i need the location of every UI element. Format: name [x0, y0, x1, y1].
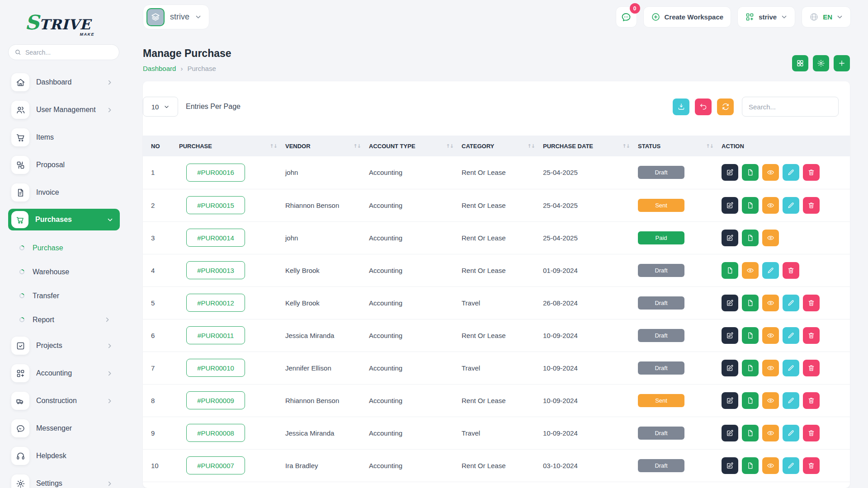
download-button[interactable]	[673, 99, 689, 115]
pencil-action-button[interactable]	[783, 197, 799, 214]
document-action-button[interactable]	[742, 197, 759, 214]
sidebar-subitem-purchase[interactable]: Purchase	[0, 236, 127, 260]
edit-action-button[interactable]	[722, 360, 738, 376]
edit-action-button[interactable]	[722, 457, 738, 474]
eye-icon	[767, 299, 774, 307]
purchase-number-badge[interactable]: #PUR00008	[186, 424, 245, 442]
entries-label: Entries Per Page	[186, 103, 241, 111]
purchase-number-badge[interactable]: #PUR00010	[186, 359, 245, 377]
trash-action-button[interactable]	[803, 164, 820, 181]
purchase-number-badge[interactable]: #PUR00013	[186, 261, 245, 279]
eye-action-button[interactable]	[762, 230, 779, 246]
breadcrumb-dashboard-link[interactable]: Dashboard	[143, 65, 176, 72]
table-settings-button[interactable]	[813, 55, 829, 71]
trash-action-button[interactable]	[803, 425, 820, 441]
column-header-vendor[interactable]: VENDOR↑↓	[285, 136, 369, 156]
document-action-button[interactable]	[742, 164, 759, 181]
eye-action-button[interactable]	[762, 360, 779, 376]
pencil-action-button[interactable]	[783, 457, 799, 474]
pencil-action-button[interactable]	[783, 360, 799, 376]
eye-action-button[interactable]	[762, 457, 779, 474]
eye-action-button[interactable]	[762, 392, 779, 409]
language-dropdown[interactable]: EN	[802, 6, 851, 28]
pencil-action-button[interactable]	[783, 392, 799, 409]
pencil-action-button[interactable]	[783, 295, 799, 311]
sidebar-item-proposal[interactable]: Proposal	[11, 154, 113, 176]
column-header-purchase-date[interactable]: PURCHASE DATE↑↓	[543, 136, 638, 156]
purchase-number-badge[interactable]: #PUR00007	[186, 456, 245, 474]
sidebar-item-dashboard[interactable]: Dashboard	[11, 71, 113, 94]
document-action-button[interactable]	[742, 392, 759, 409]
sidebar-subitem-warehouse[interactable]: Warehouse	[0, 260, 127, 284]
edit-action-button[interactable]	[722, 425, 738, 441]
pencil-action-button[interactable]	[783, 164, 799, 181]
eye-action-button[interactable]	[762, 425, 779, 441]
view-grid-button[interactable]	[792, 55, 808, 71]
edit-action-button[interactable]	[722, 197, 738, 214]
chevron-right-icon	[106, 398, 113, 404]
purchase-number-badge[interactable]: #PUR00015	[186, 196, 245, 214]
eye-action-button[interactable]	[742, 262, 759, 279]
sidebar-item-user-management[interactable]: User Management	[11, 99, 113, 121]
sidebar-item-messenger[interactable]: Messenger	[11, 417, 113, 440]
trash-action-button[interactable]	[803, 392, 820, 409]
edit-action-button[interactable]	[722, 392, 738, 409]
cell-category: Rent Or Lease	[462, 156, 543, 189]
sidebar-item-construction[interactable]: Construction	[11, 389, 113, 412]
pencil-action-button[interactable]	[762, 262, 779, 279]
document-action-button[interactable]	[742, 360, 759, 376]
sidebar-item-helpdesk[interactable]: Helpdesk	[11, 445, 113, 467]
eye-action-button[interactable]	[762, 197, 779, 214]
edit-action-button[interactable]	[722, 230, 738, 246]
edit-action-button[interactable]	[722, 327, 738, 344]
sidebar-subitem-report[interactable]: Report	[0, 308, 127, 332]
undo-button[interactable]	[695, 99, 712, 115]
add-purchase-button[interactable]	[834, 55, 850, 71]
document-action-button[interactable]	[722, 262, 738, 279]
cell-category: Rent Or Lease	[462, 449, 543, 482]
column-header-purchase[interactable]: PURCHASE↑↓	[179, 136, 285, 156]
document-action-button[interactable]	[742, 230, 759, 246]
table-search-input[interactable]	[742, 97, 839, 117]
sidebar-item-accounting[interactable]: Accounting	[11, 362, 113, 385]
sidebar-item-invoice[interactable]: Invoice	[11, 181, 113, 204]
sidebar-subitem-transfer[interactable]: Transfer	[0, 284, 127, 308]
workspace-dropdown[interactable]: strive	[737, 6, 795, 28]
workspace-selector[interactable]: strive	[143, 5, 209, 29]
sidebar-item-projects[interactable]: Projects	[11, 334, 113, 357]
trash-action-button[interactable]	[803, 360, 820, 376]
trash-action-button[interactable]	[803, 197, 820, 214]
edit-action-button[interactable]	[722, 164, 738, 181]
eye-action-button[interactable]	[762, 295, 779, 311]
trash-action-button[interactable]	[803, 327, 820, 344]
column-header-category[interactable]: CATEGORY↑↓	[462, 136, 543, 156]
chat-button[interactable]: 0	[616, 6, 637, 28]
entries-per-page-select[interactable]: 10	[143, 97, 178, 117]
sidebar-item-items[interactable]: Items	[11, 126, 113, 149]
trash-action-button[interactable]	[803, 295, 820, 311]
sidebar-item-settings[interactable]: Settings	[11, 472, 113, 488]
purchase-number-badge[interactable]: #PUR00016	[186, 164, 245, 182]
eye-action-button[interactable]	[762, 327, 779, 344]
purchase-number-badge[interactable]: #PUR00012	[186, 294, 245, 312]
pencil-action-button[interactable]	[783, 327, 799, 344]
document-action-button[interactable]	[742, 425, 759, 441]
document-action-button[interactable]	[742, 327, 759, 344]
trash-action-button[interactable]	[803, 457, 820, 474]
column-label: VENDOR	[285, 143, 311, 150]
eye-action-button[interactable]	[762, 164, 779, 181]
sidebar-search-input[interactable]	[25, 49, 113, 56]
sidebar-item-purchases[interactable]: Purchases	[8, 209, 120, 230]
purchase-number-badge[interactable]: #PUR00011	[186, 326, 245, 344]
trash-action-button[interactable]	[783, 262, 799, 279]
column-header-status[interactable]: STATUS↑↓	[638, 136, 722, 156]
refresh-button[interactable]	[717, 99, 734, 115]
purchase-number-badge[interactable]: #PUR00009	[186, 391, 245, 409]
edit-action-button[interactable]	[722, 295, 738, 311]
document-action-button[interactable]	[742, 295, 759, 311]
document-action-button[interactable]	[742, 457, 759, 474]
pencil-action-button[interactable]	[783, 425, 799, 441]
column-header-account-type[interactable]: ACCOUNT TYPE↑↓	[369, 136, 462, 156]
purchase-number-badge[interactable]: #PUR00014	[186, 229, 245, 247]
create-workspace-button[interactable]: Create Workspace	[643, 6, 731, 28]
